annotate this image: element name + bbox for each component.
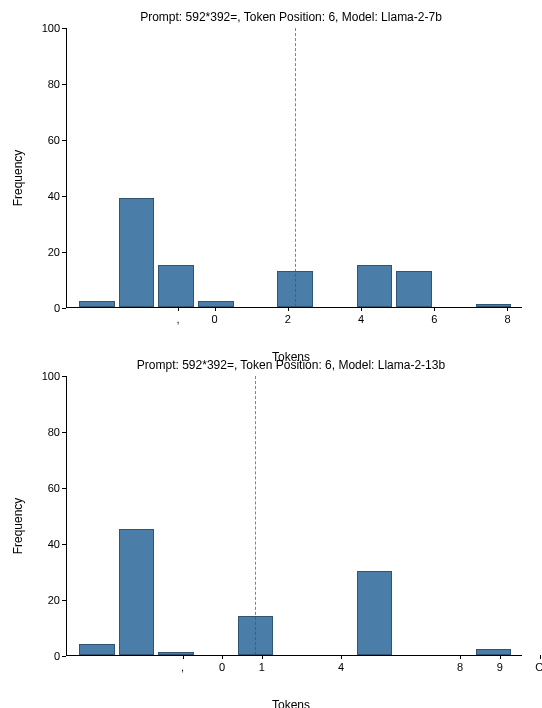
y-tick-label: 20: [48, 594, 60, 606]
x-tick-label: ,: [181, 661, 184, 673]
y-tick-label: 80: [48, 426, 60, 438]
bar: [79, 301, 115, 307]
bar: [119, 529, 155, 655]
x-tick-label: 6: [431, 313, 437, 325]
y-tick-label: 40: [48, 190, 60, 202]
bar: [119, 198, 155, 307]
y-tick-label: 40: [48, 538, 60, 550]
y-tick-label: 0: [54, 302, 60, 314]
y-tick-label: 100: [42, 370, 60, 382]
y-tick-label: 20: [48, 246, 60, 258]
bar: [476, 304, 512, 307]
x-tick-label: 9: [497, 661, 503, 673]
chart-1: Prompt: 592*392=, Token Position: 6, Mod…: [10, 10, 532, 350]
y-tick-label: 80: [48, 78, 60, 90]
bar: [158, 265, 194, 307]
y-tick-label: 60: [48, 482, 60, 494]
reference-line: [295, 28, 296, 307]
x-tick-label: 4: [338, 661, 344, 673]
bar: [396, 271, 432, 307]
plot-area: ,024689: [66, 28, 522, 308]
chart-title: Prompt: 592*392=, Token Position: 6, Mod…: [10, 10, 532, 24]
y-tick-label: 100: [42, 22, 60, 34]
x-tick-label: ,: [176, 313, 179, 325]
x-tick-label: 0: [211, 313, 217, 325]
x-tick-label: 4: [358, 313, 364, 325]
x-tick-label: 2: [285, 313, 291, 325]
x-axis-label: Tokens: [10, 698, 532, 708]
reference-line: [255, 376, 256, 655]
plot-area: ,01489Ot: [66, 376, 522, 656]
bar: [158, 652, 194, 655]
bar: [79, 644, 115, 655]
bar: [357, 571, 393, 655]
y-tick-label: 60: [48, 134, 60, 146]
bar: [476, 649, 512, 655]
bar: [198, 301, 234, 307]
x-tick-label: 0: [219, 661, 225, 673]
chart-2: Prompt: 592*392=, Token Position: 6, Mod…: [10, 358, 532, 698]
x-tick-label: 1: [259, 661, 265, 673]
x-tick-label: 8: [504, 313, 510, 325]
y-tick-label: 0: [54, 650, 60, 662]
x-tick-label: 8: [457, 661, 463, 673]
bar: [357, 265, 393, 307]
chart-title: Prompt: 592*392=, Token Position: 6, Mod…: [10, 358, 532, 372]
x-tick-label: O: [535, 661, 542, 673]
